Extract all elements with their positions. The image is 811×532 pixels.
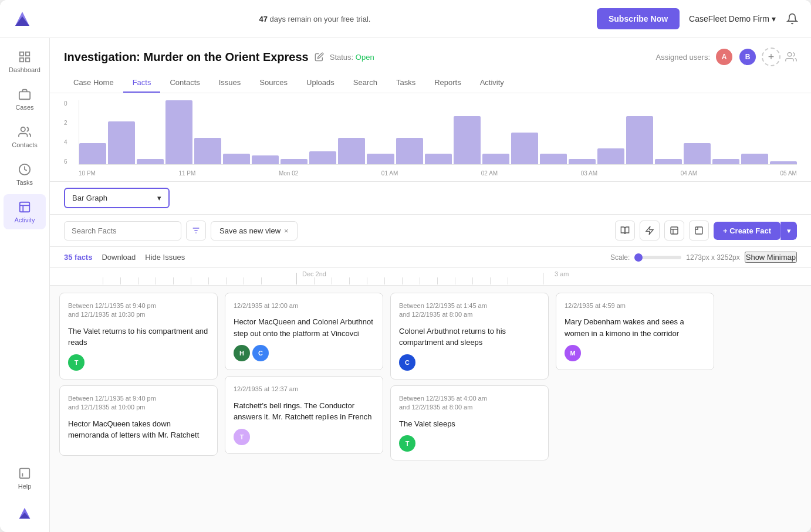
edit-title-icon[interactable] (315, 52, 324, 62)
expand-icon-button[interactable] (689, 221, 709, 240)
tab-facts[interactable]: Facts (123, 73, 161, 93)
sidebar-item-tasks[interactable]: Tasks (4, 157, 46, 192)
tab-issues[interactable]: Issues (209, 73, 251, 93)
sidebar-item-help[interactable]: Help (4, 460, 46, 496)
tab-activity[interactable]: Activity (471, 73, 513, 93)
svg-rect-6 (19, 92, 30, 99)
activity-icon (18, 200, 32, 214)
tab-sources[interactable]: Sources (250, 73, 297, 93)
chart-bar (569, 159, 596, 164)
subscribe-button[interactable]: Subscribe Now (597, 8, 680, 29)
create-fact-dropdown-button[interactable]: ▾ (780, 222, 797, 240)
fact-avatars: T (399, 435, 540, 452)
fact-date: Between 12/2/1935 at 4:00 amand 12/2/193… (399, 394, 540, 412)
chart-bar (223, 154, 250, 164)
activity-chart: 6 4 2 0 10 PM 11 PM Mon 02 01 AM 02 AM 0… (50, 93, 811, 182)
chart-bar (425, 154, 452, 164)
sidebar-item-dashboard[interactable]: Dashboard (4, 44, 46, 79)
chart-bar (108, 121, 135, 164)
sidebar-item-contacts[interactable]: Contacts (4, 119, 46, 154)
svg-rect-12 (20, 469, 30, 479)
filter-button[interactable] (186, 221, 206, 240)
page-title: Investigation: Murder on the Orient Expr… (64, 50, 309, 64)
trial-text: days remain on your free trial. (268, 15, 371, 23)
fact-date: Between 12/2/1935 at 1:45 amand 12/2/193… (399, 301, 540, 320)
scale-label: Scale: (610, 253, 630, 262)
manage-users-button[interactable] (785, 51, 797, 63)
chart-bar (712, 159, 739, 164)
lightning-icon-button[interactable] (640, 221, 660, 240)
timeline-column: Between 12/1/1935 at 9:40 pmand 12/1/193… (59, 293, 218, 460)
status-badge: Status: Open (330, 53, 374, 62)
chart-bar (511, 133, 538, 165)
avatar: C (252, 345, 269, 361)
fact-date: 12/2/1935 at 12:00 am (234, 301, 374, 310)
tab-search[interactable]: Search (344, 73, 387, 93)
search-facts-input[interactable] (64, 221, 181, 240)
fact-text: Ratchett's bell rings. The Conductor ans… (234, 400, 374, 423)
tab-uploads[interactable]: Uploads (297, 73, 344, 93)
save-view-button[interactable]: Save as new view × (211, 221, 298, 240)
add-user-button[interactable]: + (762, 48, 780, 66)
sidebar: Dashboard Cases Contacts (0, 38, 50, 532)
chart-bars (79, 100, 797, 165)
show-minimap-button[interactable]: Show Minimap (745, 252, 797, 263)
assigned-label: Assigned users: (656, 53, 711, 62)
cases-icon (18, 87, 32, 101)
layout-icon-button[interactable] (664, 221, 684, 240)
svg-rect-5 (26, 58, 29, 62)
avatar: C (399, 354, 415, 371)
fact-date: Between 12/1/1935 at 9:40 pmand 12/1/193… (68, 301, 209, 320)
sidebar-item-label: Tasks (16, 179, 33, 186)
chart-y-axis: 6 4 2 0 (64, 100, 76, 165)
chart-bar (79, 143, 106, 164)
save-view-label: Save as new view (219, 226, 281, 235)
facts-summary-bar: 35 facts Download Hide Issues Scale: 127… (50, 247, 811, 268)
graph-toolbar: Bar Graph ▾ (50, 182, 811, 215)
svg-rect-9 (20, 202, 30, 212)
svg-rect-4 (20, 58, 23, 62)
fact-avatars: M (565, 345, 705, 361)
svg-rect-3 (26, 52, 29, 56)
fact-card: 12/2/1935 at 12:37 am Ratchett's bell ri… (225, 376, 383, 453)
timeline-column: 12/2/1935 at 12:00 am Hector MacQueen an… (225, 293, 383, 460)
fact-date: 12/2/1935 at 4:59 am (565, 301, 705, 310)
svg-rect-2 (20, 52, 23, 56)
scale-thumb[interactable] (634, 253, 643, 262)
scale-slider[interactable] (634, 256, 681, 259)
fact-card: Between 12/2/1935 at 4:00 amand 12/2/193… (390, 385, 549, 460)
nav-tabs: Case Home Facts Contacts Issues Sources … (64, 73, 797, 93)
tab-tasks[interactable]: Tasks (387, 73, 425, 93)
fact-text: Hector MacQueen and Colonel Arbuthnot st… (234, 316, 374, 339)
chart-bar (367, 154, 394, 164)
create-fact-button[interactable]: + Create Fact (714, 222, 780, 240)
chart-bar (540, 154, 567, 164)
avatar: A (715, 48, 734, 66)
sidebar-item-activity[interactable]: Activity (4, 194, 46, 229)
close-icon[interactable]: × (284, 226, 289, 235)
avatar: T (234, 429, 250, 445)
fact-card: Between 12/2/1935 at 1:45 amand 12/2/193… (390, 293, 549, 379)
tab-contacts[interactable]: Contacts (160, 73, 209, 93)
book-open-icon-button[interactable] (615, 221, 635, 240)
chart-bar (626, 116, 653, 164)
tab-reports[interactable]: Reports (425, 73, 471, 93)
date-marker-dec2: Dec 2nd (302, 270, 326, 277)
download-button[interactable]: Download (102, 253, 136, 262)
sidebar-item-cases[interactable]: Cases (4, 82, 46, 117)
brand-icon (18, 506, 32, 520)
hide-issues-button[interactable]: Hide Issues (145, 253, 185, 262)
tab-case-home[interactable]: Case Home (64, 73, 123, 93)
chart-bar (281, 159, 307, 164)
avatar: B (738, 48, 757, 66)
graph-type-label: Bar Graph (72, 194, 107, 202)
facts-count[interactable]: 35 facts (64, 253, 92, 262)
notification-bell-icon[interactable] (785, 12, 799, 26)
contacts-icon (18, 125, 32, 139)
firm-name[interactable]: CaseFleet Demo Firm ▾ (689, 14, 776, 23)
graph-type-select[interactable]: Bar Graph ▾ (64, 188, 170, 208)
chart-bar (741, 154, 768, 164)
timeline-tick-area: Dec 2nd 3 am (50, 268, 811, 286)
timeline-area[interactable]: Dec 2nd 3 am (50, 268, 811, 532)
scale-area: Scale: 1273px x 3252px Show Minimap (610, 252, 797, 263)
